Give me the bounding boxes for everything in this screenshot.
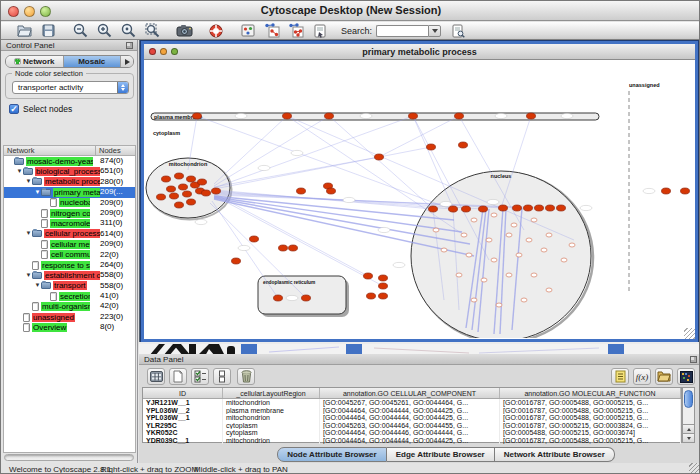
tree-row-mosaic-demo-yeast[interactable]: mosaic-demo-yeast874(0) [4, 156, 135, 166]
float-panel-icon[interactable] [126, 42, 133, 49]
zoom-selected-icon[interactable] [119, 23, 137, 39]
import-attributes-icon[interactable] [655, 368, 673, 385]
tree-row-nitrogen-compo[interactable]: nitrogen compo209(0) [4, 208, 135, 218]
network-overlay-icon-1[interactable] [263, 23, 281, 39]
select-nodes-checkbox[interactable]: ✓ [9, 104, 19, 114]
table-cell[interactable]: cytoplasm [223, 422, 320, 430]
tree-row-establishment-of-lo[interactable]: ▼establishment of lo558(0) [4, 270, 135, 280]
table-row-ypl036w-2[interactable]: YPL036W__2plasma membrane[GO:0044464, GO… [143, 407, 681, 415]
disclosure-triangle-icon[interactable]: ▼ [34, 282, 41, 289]
tab-scroll-right-icon[interactable] [121, 56, 133, 67]
table-cell[interactable]: YJR121W__1 [143, 399, 223, 407]
table-cell[interactable]: [GO:0044464, GO:0044446, GO:0044444, G..… [320, 429, 500, 437]
tree-row-unassigned[interactable]: unassigned223(0) [4, 312, 135, 322]
tab-edge-attribute-browser[interactable]: Edge Attribute Browser [387, 447, 495, 462]
vizmapper-icon[interactable] [239, 23, 257, 39]
table-cell[interactable]: [GO:0016787, GO:0005488, GO:0005215, G..… [500, 414, 681, 422]
tree-row-cellular-process[interactable]: ▼cellular process614(0) [4, 229, 135, 239]
table-cell[interactable]: mitochondrion [223, 414, 320, 422]
table-cell[interactable]: [GO:0016787, GO:0005488, GO:0005215, G..… [500, 399, 681, 407]
table-cell[interactable]: YLR295C [143, 422, 223, 430]
select-attributes-icon[interactable] [191, 368, 209, 385]
save-session-icon[interactable] [39, 23, 57, 39]
table-scrollbar[interactable] [682, 387, 695, 443]
table-cell[interactable]: YPL036W__2 [143, 407, 223, 415]
table-cell[interactable]: YPL036W__1 [143, 414, 223, 422]
function-builder-icon[interactable]: f(x) [633, 368, 651, 385]
table-cell[interactable]: mitochondrion [223, 399, 320, 407]
table-row-ylr295c[interactable]: YLR295Ccytoplasm[GO:0045263, GO:0044464,… [143, 422, 681, 430]
tree-column-network[interactable]: Network [4, 146, 96, 155]
help-lifesaver-icon[interactable] [207, 23, 225, 39]
snapshot-camera-icon[interactable] [175, 23, 193, 39]
tree-row-nucleobase[interactable]: nucleobase-209(0) [4, 198, 135, 208]
attribute-editor-icon[interactable] [611, 368, 629, 385]
tab-network[interactable]: Network [6, 56, 64, 67]
tree-row-primary-metabo[interactable]: ▼primary metabo209(... [4, 187, 135, 197]
new-attribute-icon[interactable] [169, 368, 187, 385]
column-header-annotation-go-cellular-component[interactable]: annotation.GO CELLULAR_COMPONENT [320, 388, 500, 398]
table-cell[interactable]: plasma membrane [223, 407, 320, 415]
tab-network-attribute-browser[interactable]: Network Attribute Browser [495, 447, 615, 462]
attribute-grid-icon[interactable] [147, 368, 165, 385]
matrix-icon[interactable] [677, 368, 695, 385]
tree-row-metabolic-process[interactable]: ▼metabolic process280(0) [4, 177, 135, 187]
scroll-down-icon[interactable] [683, 433, 694, 442]
zoom-out-icon[interactable] [71, 23, 89, 39]
window-resize-grip[interactable] [689, 463, 699, 473]
table-cell[interactable]: [GO:0016787, GO:0005215, GO:0003824, G..… [500, 422, 681, 430]
search-dropdown-icon[interactable] [428, 25, 441, 37]
zoom-fit-icon[interactable] [143, 23, 161, 39]
tree-row-cellular-metabo[interactable]: cellular metabo209(0) [4, 239, 135, 249]
search-options-icon[interactable] [449, 23, 467, 39]
table-row-ykr052c[interactable]: YKR052Ccytoplasm[GO:0044464, GO:0044446,… [143, 429, 681, 437]
open-session-icon[interactable] [15, 23, 33, 39]
node-color-dropdown[interactable]: transporter activity [12, 81, 129, 94]
network-canvas[interactable]: plasma membrane cytoplasm mitochondrion … [144, 60, 695, 339]
view-resize-grip[interactable] [684, 328, 695, 339]
disclosure-triangle-icon[interactable]: ▼ [25, 230, 32, 237]
table-cell[interactable]: YDR039C__1 [143, 437, 223, 445]
column-header-annotation-go-molecular-function[interactable]: annotation.GO MOLECULAR_FUNCTION [500, 388, 681, 398]
disclosure-triangle-icon[interactable]: ▼ [34, 189, 41, 196]
tree-row-cell-communicat[interactable]: cell communicat22(0) [4, 250, 135, 260]
disclosure-triangle-icon[interactable]: ▼ [16, 168, 23, 175]
table-cell[interactable]: [GO:0045263, GO:0044464, GO:0044455, G..… [320, 422, 500, 430]
tree-row-transport[interactable]: ▼transport558(0) [4, 281, 135, 291]
delete-attribute-icon[interactable] [237, 368, 255, 385]
table-cell[interactable]: YKR052C [143, 429, 223, 437]
tree-row-secretion[interactable]: secretion41(0) [4, 291, 135, 301]
network-overlay-icon-2[interactable] [287, 23, 305, 39]
tree-row-macromolecule[interactable]: macromolecule311(0) [4, 218, 135, 228]
disclosure-triangle-icon[interactable]: ▼ [25, 272, 32, 279]
import-network-icon[interactable] [311, 23, 329, 39]
zoom-in-icon[interactable] [95, 23, 113, 39]
table-row-ydr039c-1[interactable]: YDR039C__1mitochondrion[GO:0044464, GO:0… [143, 437, 681, 445]
tab-mosaic[interactable]: Mosaic [64, 56, 122, 67]
table-cell[interactable]: [GO:0044464, GO:0044444, GO:0044425, G..… [320, 437, 500, 445]
table-row-ypl036w-1[interactable]: YPL036W__1mitochondrion[GO:0044464, GO:0… [143, 414, 681, 422]
tree-row-response-to-stimulu[interactable]: response to stimulu264(0) [4, 260, 135, 270]
table-row-yjr121w-1[interactable]: YJR121W__1mitochondrion[GO:0045267, GO:0… [143, 399, 681, 407]
disclosure-triangle-icon[interactable]: ▼ [25, 178, 32, 185]
table-cell[interactable]: [GO:0016787, GO:0005488, GO:0005215, G..… [500, 437, 681, 445]
column-header-cellularlayoutregion[interactable]: _cellularLayoutRegion [223, 388, 320, 398]
table-cell[interactable]: mitochondrion [223, 437, 320, 445]
tree-row-biological-process[interactable]: ▼biological_process651(0) [4, 166, 135, 176]
table-cell[interactable]: [GO:0005488, GO:0005215, GO:0003674] [500, 429, 681, 437]
table-cell[interactable]: [GO:0044464, GO:0044444, GO:0044425, G..… [320, 414, 500, 422]
scroll-up-icon[interactable] [683, 424, 694, 433]
table-cell[interactable]: [GO:0044464, GO:0044444, GO:0044425, G..… [320, 407, 500, 415]
tab-node-attribute-browser[interactable]: Node Attribute Browser [277, 447, 387, 462]
tree-row-overview[interactable]: Overview8(0) [4, 322, 135, 332]
table-cell[interactable]: cytoplasm [223, 429, 320, 437]
tree-column-nodes[interactable]: Nodes [96, 146, 121, 155]
unselect-attributes-icon[interactable] [213, 368, 231, 385]
network-view-titlebar[interactable]: primary metabolic process [144, 44, 695, 60]
region-unassigned[interactable]: unassigned [629, 82, 660, 291]
table-cell[interactable]: [GO:0045267, GO:0045261, GO:0044464, G..… [320, 399, 500, 407]
float-data-panel-icon[interactable] [690, 356, 697, 363]
column-header-id[interactable]: ID [143, 388, 223, 398]
scrollbar-thumb[interactable] [684, 390, 693, 408]
table-cell[interactable]: [GO:0016787, GO:0005488, GO:0005215, G..… [500, 407, 681, 415]
